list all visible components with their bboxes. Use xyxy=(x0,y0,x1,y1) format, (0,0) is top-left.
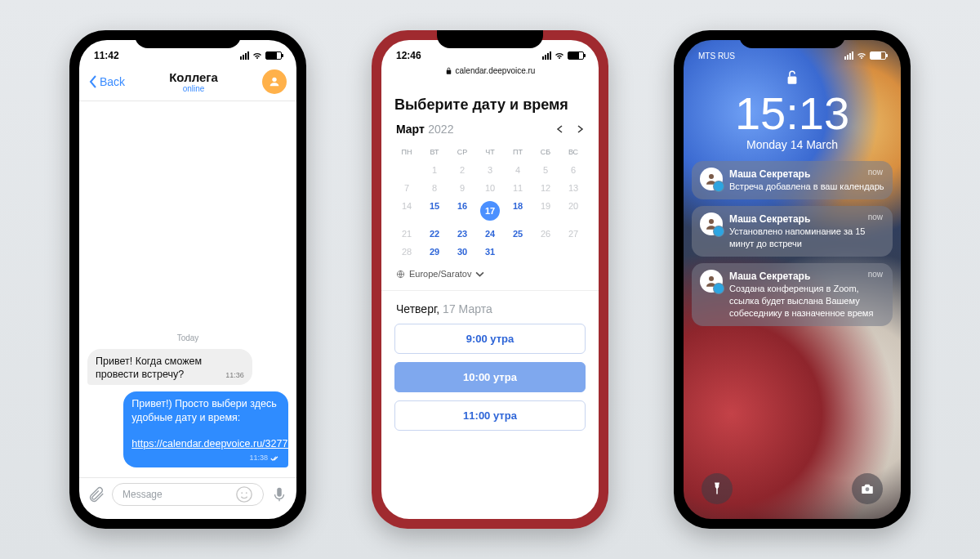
lock-time: 15:13 xyxy=(684,91,901,136)
message-outgoing[interactable]: Привет!) Просто выбери здесь удобные дат… xyxy=(123,391,288,467)
calendar-day xyxy=(504,243,532,261)
calendar-day: 4 xyxy=(504,161,532,179)
message-input[interactable]: Message xyxy=(112,483,264,506)
message-text: Привет! Когда сможем провести встречу? xyxy=(96,356,202,380)
calendar-day: 14 xyxy=(393,197,421,225)
day-of-week-header: ЧТ xyxy=(476,143,504,161)
notification[interactable]: Маша СекретарьСоздана конференция в Zoom… xyxy=(692,263,893,326)
calendar-day: 6 xyxy=(559,161,587,179)
notification[interactable]: Маша СекретарьУстановлено напоминание за… xyxy=(692,206,893,257)
wifi-icon xyxy=(252,51,262,60)
calendar-day[interactable]: 23 xyxy=(448,225,476,243)
back-label: Back xyxy=(100,75,125,88)
time-slots: 9:00 утра10:00 утра11:00 утра xyxy=(381,324,599,431)
battery-icon xyxy=(870,51,886,60)
notification-title: Маша Секретарь xyxy=(729,212,884,226)
globe-icon xyxy=(396,270,405,279)
signal-icon xyxy=(542,51,551,60)
calendar-day: 7 xyxy=(393,179,421,197)
calendar-day xyxy=(393,161,421,179)
time-slot[interactable]: 9:00 утра xyxy=(394,324,586,354)
status-time: 11:42 xyxy=(94,50,119,61)
calendar-day: 28 xyxy=(393,243,421,261)
day-of-week-header: ПТ xyxy=(504,143,532,161)
lock-icon xyxy=(445,66,452,75)
time-slot[interactable]: 10:00 утра xyxy=(394,362,586,392)
phone-calendar: 12:46 calendar.deepvoice.ru Выберите дат… xyxy=(372,30,608,529)
calendar-day[interactable]: 29 xyxy=(421,243,448,261)
month-header: Март 2022 xyxy=(381,122,599,136)
calendar-day[interactable]: 24 xyxy=(476,225,504,243)
calendar-day: 10 xyxy=(476,179,504,197)
svg-point-3 xyxy=(246,492,247,494)
battery-icon xyxy=(265,51,282,60)
calendar-day[interactable]: 18 xyxy=(504,197,532,225)
timezone-select[interactable]: Europe/Saratov xyxy=(381,261,599,291)
svg-point-9 xyxy=(709,219,714,224)
notification-time: now xyxy=(868,270,883,279)
calendar-day: 21 xyxy=(393,225,421,243)
svg-point-1 xyxy=(237,487,252,502)
calendar-day: 2 xyxy=(448,161,476,179)
notification-body: Создана конференция в Zoom, ссылка будет… xyxy=(729,283,884,320)
selected-date: Четверг, 17 Марта xyxy=(381,291,599,324)
signal-icon xyxy=(240,51,249,60)
calendar-day[interactable]: 22 xyxy=(421,225,448,243)
calendar-day: 12 xyxy=(532,179,559,197)
calendar-day[interactable]: 30 xyxy=(448,243,476,261)
svg-point-8 xyxy=(709,174,714,179)
day-of-week-header: СБ xyxy=(532,143,559,161)
year-label: 2022 xyxy=(428,123,453,136)
notification-avatar xyxy=(700,168,723,190)
calendar-day[interactable]: 17 xyxy=(476,197,504,225)
flashlight-button[interactable] xyxy=(702,473,733,504)
chevron-down-icon xyxy=(475,270,484,279)
day-of-week-header: ПН xyxy=(393,143,421,161)
calendar-day[interactable]: 16 xyxy=(448,197,476,225)
mic-icon[interactable] xyxy=(270,485,288,503)
chevron-left-icon xyxy=(89,75,97,88)
calendar-day: 1 xyxy=(421,161,448,179)
calendar-day[interactable]: 25 xyxy=(504,225,532,243)
notification-avatar xyxy=(700,212,723,235)
url-text: calendar.deepvoice.ru xyxy=(456,66,536,75)
calendar-day[interactable]: 15 xyxy=(421,197,448,225)
message-link[interactable]: https://calendar.deepvoice.ru/327756968/… xyxy=(131,438,296,449)
message-text: Привет!) Просто выбери здесь удобные дат… xyxy=(131,398,276,423)
day-of-week-header: ВС xyxy=(559,143,587,161)
chat-input-bar: Message xyxy=(79,477,296,511)
notification-body: Встреча добавлена в ваш календарь xyxy=(729,181,884,193)
user-icon xyxy=(268,75,281,88)
calendar-day: 19 xyxy=(532,197,559,225)
message-time: 11:36 xyxy=(225,371,244,381)
attach-icon[interactable] xyxy=(87,485,105,503)
calendar-day[interactable]: 31 xyxy=(476,243,504,261)
svg-rect-5 xyxy=(446,70,451,74)
carrier-label: MTS RUS xyxy=(698,51,735,60)
time-slot[interactable]: 11:00 утра xyxy=(394,400,586,431)
signal-icon xyxy=(844,51,853,60)
chat-header: Back Коллега online xyxy=(79,66,296,101)
avatar[interactable] xyxy=(262,69,287,94)
input-placeholder: Message xyxy=(122,489,163,500)
browser-url[interactable]: calendar.deepvoice.ru xyxy=(381,66,599,75)
notification-avatar xyxy=(700,270,723,293)
calendar-day: 11 xyxy=(504,179,532,197)
calendar-day xyxy=(559,243,587,261)
lock-date: Monday 14 March xyxy=(684,138,901,151)
svg-point-10 xyxy=(709,276,714,281)
calendar-day: 8 xyxy=(421,179,448,197)
sticker-icon[interactable] xyxy=(235,485,253,503)
calendar-day: 27 xyxy=(559,225,587,243)
notifications: Маша СекретарьВстреча добавлена в ваш ка… xyxy=(684,161,901,326)
message-incoming[interactable]: Привет! Когда сможем провести встречу? 1… xyxy=(87,349,252,386)
day-divider: Today xyxy=(87,333,288,342)
camera-icon xyxy=(860,481,875,496)
calendar-grid: ПНВТСРЧТПТСБВС12345678910111213141516171… xyxy=(381,143,599,261)
notification[interactable]: Маша СекретарьВстреча добавлена в ваш ка… xyxy=(692,161,893,199)
camera-button[interactable] xyxy=(852,473,883,504)
day-of-week-header: ВТ xyxy=(421,143,448,161)
back-button[interactable]: Back xyxy=(89,75,125,88)
prev-month-button[interactable] xyxy=(556,125,564,133)
next-month-button[interactable] xyxy=(576,125,584,133)
